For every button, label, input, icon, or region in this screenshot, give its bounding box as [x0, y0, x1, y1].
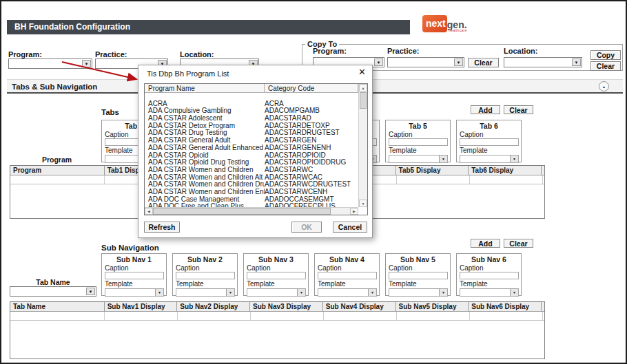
subnav-caption-input[interactable]	[318, 272, 377, 279]
scroll-right-icon[interactable]: ▶	[350, 208, 358, 215]
subnav-caption-input[interactable]	[460, 272, 519, 279]
template-label: Template	[460, 280, 521, 288]
program-name-cell: ADA CSTAR Women and Children Drug Testin…	[145, 181, 265, 189]
practice-filter-label: Practice:	[95, 50, 127, 58]
program-list-row[interactable]: ACRA ACRA	[145, 100, 358, 108]
subnav-caption-input[interactable]	[389, 272, 448, 279]
nextgen-logo-next: next	[422, 15, 447, 32]
close-icon[interactable]: ✕	[358, 67, 366, 77]
program-list-row[interactable]: ADA DOC Case Management ADADOCCASEMGMT	[145, 196, 358, 204]
subnav-caption-input[interactable]	[247, 272, 306, 279]
program-name-cell: ADA CSTAR General Adult	[145, 137, 265, 144]
scroll-left-icon[interactable]: ◀	[145, 208, 153, 215]
chevron-down-icon: ▼	[226, 289, 234, 296]
category-code-cell: ADACSTARGENENH	[265, 144, 358, 152]
category-code-cell: ADACOMPGAMB	[265, 107, 358, 115]
tab-name-combo[interactable]: ▼	[10, 286, 96, 297]
program-list-row[interactable]: ADA CSTAR Women and Children ADACSTARWC	[145, 167, 358, 174]
column-header[interactable]: Sub Nav2 Display	[177, 302, 250, 311]
subnav-template-combo[interactable]: ▼	[105, 288, 164, 297]
template-label: Template	[389, 280, 450, 288]
chevron-down-icon: ▼	[155, 289, 163, 296]
program-list-row[interactable]: ADA CSTAR Opioid ADACSTAROPIOID	[145, 152, 358, 160]
program-list-row[interactable]	[145, 93, 358, 100]
ok-button[interactable]: OK	[291, 222, 322, 233]
program-name-cell: ADA CSTAR Drug Testing	[145, 129, 265, 137]
scroll-up-icon[interactable]: ▲	[359, 84, 367, 92]
copyto-practice-combo[interactable]: ▼	[387, 57, 464, 67]
scroll-down-icon[interactable]: ▼	[359, 200, 367, 207]
copyto-practice-clear-button[interactable]: Clear	[468, 58, 499, 67]
column-header[interactable]: Sub Nav6 Display	[469, 302, 542, 311]
vertical-scrollbar[interactable]: ▲ ▼	[358, 84, 367, 207]
program-listbox: Program Name Category Code ACRA ACRA	[144, 83, 368, 215]
program-list-row[interactable]: ADA CSTAR General Adult Enhanced ADACSTA…	[145, 144, 358, 152]
program-list-row[interactable]: ADA CSTAR Adolescent ADACSTARAD	[145, 115, 358, 122]
column-header[interactable]: Sub Nav5 Display	[396, 302, 469, 311]
subnav-template-combo[interactable]: ▼	[389, 288, 448, 297]
nextgen-logo: next gen. healthcare	[422, 15, 467, 37]
program-list-row[interactable]: ADA CSTAR Women and Children Drug Testin…	[145, 181, 358, 189]
subnav-panel: Sub Nav 4 Caption Template ▼	[314, 253, 380, 296]
page-title: BH Foundation Configuration	[7, 20, 410, 34]
tabs-add-button[interactable]: Add	[471, 105, 500, 114]
category-code-cell: ADADOCCASEMGMT	[265, 196, 358, 204]
program-list-row[interactable]: ADA CSTAR Women and Children Enhanced AD…	[145, 189, 358, 196]
subnav-template-combo[interactable]: ▼	[318, 288, 377, 297]
subnav-panel-title: Sub Nav 6	[457, 255, 521, 264]
program-list-row[interactable]: ADA CSTAR Opioid Drug Testing ADACSTAROP…	[145, 159, 358, 167]
program-list-row[interactable]: ADA CSTAR Women and Children Alt Care AD…	[145, 174, 358, 182]
subnav-template-combo[interactable]: ▼	[176, 288, 235, 297]
subnav-template-combo[interactable]: ▼	[460, 288, 519, 297]
program-name-cell: ADA Compulsive Gambling	[145, 107, 265, 115]
column-header-program-name[interactable]: Program Name	[145, 84, 265, 93]
program-list-dialog: Tis Dbp Bh Program List ✕ Program Name C…	[138, 65, 373, 238]
subnav-panel-title: Sub Nav 2	[173, 255, 237, 264]
horizontal-scroll-thumb[interactable]	[153, 208, 331, 215]
column-header-filler	[542, 166, 544, 175]
program-list-row[interactable]: ADA CSTAR Detox Program ADACSTARDETOXP	[145, 122, 358, 130]
program-filter-combo[interactable]: ▼	[8, 58, 92, 69]
subnav-caption-input[interactable]	[176, 272, 235, 279]
copy-button[interactable]: Copy	[590, 50, 621, 60]
column-header[interactable]: Sub Nav4 Display	[323, 302, 396, 311]
vertical-scroll-thumb[interactable]	[360, 92, 367, 109]
table-row[interactable]	[10, 312, 544, 321]
column-header[interactable]: Program	[10, 166, 105, 175]
subnav-caption-input[interactable]	[105, 272, 164, 279]
refresh-button[interactable]: Refresh	[144, 222, 180, 233]
tab-template-combo[interactable]: ▼	[460, 155, 519, 163]
column-header[interactable]: Tab Name	[10, 302, 105, 311]
program-list-row[interactable]: ADA CSTAR General Adult ADACSTARGEN	[145, 137, 358, 144]
program-list-row[interactable]: ADA CSTAR Drug Testing ADACSTARDRUGTEST	[145, 129, 358, 137]
copyto-clear-button[interactable]: Clear	[590, 61, 621, 71]
subnav-panel-title: Sub Nav 3	[244, 255, 308, 264]
column-header[interactable]: Tab5 Display	[396, 166, 469, 175]
tab-panel: Tab 5 Caption Template ▼	[385, 120, 451, 162]
horizontal-scrollbar[interactable]: ◀ ▶	[145, 207, 358, 215]
subnav-add-button[interactable]: Add	[471, 239, 500, 248]
subnav-panel-title: Sub Nav 1	[102, 255, 166, 264]
column-header-category-code[interactable]: Category Code	[265, 84, 358, 93]
chevron-down-icon: ▼	[510, 289, 518, 296]
cancel-button[interactable]: Cancel	[333, 222, 367, 233]
location-filter-label: Location:	[180, 50, 214, 58]
caption-label: Caption	[176, 264, 237, 272]
subnav-panel: Sub Nav 3 Caption Template ▼	[243, 253, 309, 296]
program-name-cell: ADA CSTAR General Adult Enhanced	[145, 144, 265, 152]
section-collapse-button[interactable]: ▲	[599, 81, 609, 92]
program-name-cell: ADA CSTAR Women and Children Alt Care	[145, 174, 265, 182]
tab-template-combo[interactable]: ▼	[389, 155, 448, 163]
tab-caption-input[interactable]	[389, 138, 448, 146]
column-header[interactable]: Sub Nav1 Display	[105, 302, 178, 311]
tabs-clear-button[interactable]: Clear	[504, 105, 533, 114]
copyto-location-combo[interactable]: ▼	[504, 57, 582, 67]
program-list-row[interactable]: ADA Compulsive Gambling ADACOMPGAMB	[145, 107, 358, 115]
caption-label: Caption	[389, 264, 450, 272]
column-header-filler	[542, 302, 544, 311]
tab-caption-input[interactable]	[460, 138, 519, 146]
subnav-clear-button[interactable]: Clear	[504, 239, 533, 248]
column-header[interactable]: Sub Nav3 Display	[250, 302, 323, 311]
subnav-template-combo[interactable]: ▼	[247, 288, 306, 297]
column-header[interactable]: Tab6 Display	[469, 166, 542, 175]
